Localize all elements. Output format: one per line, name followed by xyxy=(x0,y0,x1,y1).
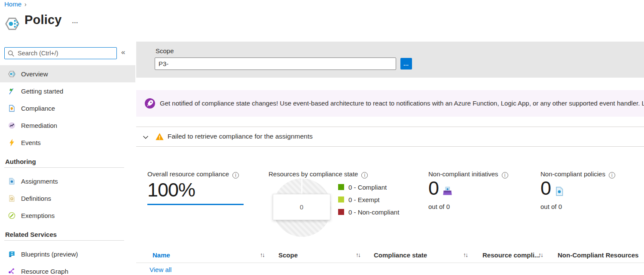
legend-item: 0 - Exempt xyxy=(338,196,399,202)
non-compliant-policies-value: 0 xyxy=(540,178,551,199)
column-header-name[interactable]: Name xyxy=(153,251,170,259)
non-compliant-policies-title: Non-compliant policies xyxy=(540,170,605,178)
legend-swatch-compliant xyxy=(338,184,344,190)
warning-expander[interactable]: Failed to retrieve compliance for the as… xyxy=(136,127,644,147)
sidebar-item-label: Overview xyxy=(21,70,48,78)
compliance-icon xyxy=(8,104,16,112)
sort-icon: ↑↓ xyxy=(463,251,467,258)
info-icon[interactable]: i xyxy=(502,172,508,178)
legend-label: 0 - Non-compliant xyxy=(348,209,399,216)
column-header-non-compliant-resources: Non-Compliant Resources xyxy=(558,251,638,259)
column-header-scope[interactable]: Scope xyxy=(278,251,298,259)
info-icon[interactable]: i xyxy=(609,172,615,178)
sidebar-item-resource-graph[interactable]: Resource Graph xyxy=(0,263,135,275)
initiative-icon xyxy=(442,185,453,197)
non-compliant-initiatives-value: 0 xyxy=(428,178,439,199)
sidebar-item-label: Compliance xyxy=(21,105,55,112)
legend-label: 0 - Compliant xyxy=(348,184,387,191)
sidebar-item-label: Definitions xyxy=(21,195,51,202)
initiatives-out-of: out of 0 xyxy=(428,203,450,210)
warning-text: Failed to retrieve compliance for the as… xyxy=(168,133,313,140)
sidebar-item-label: Resource Graph xyxy=(21,268,68,275)
sort-icon: ↑↓ xyxy=(538,251,543,258)
legend-item: 0 - Compliant xyxy=(338,184,399,190)
sidebar-item-overview[interactable]: Overview xyxy=(0,65,135,82)
info-icon[interactable]: i xyxy=(232,172,239,178)
warning-icon xyxy=(155,132,164,141)
sidebar-item-label: Getting started xyxy=(21,88,63,95)
resource-graph-icon xyxy=(8,267,16,275)
overall-compliance-value: 100% xyxy=(147,180,195,200)
more-options-button[interactable]: … xyxy=(72,17,79,24)
remediation-icon xyxy=(8,121,16,130)
legend-swatch-non-compliant xyxy=(338,209,344,215)
flag-icon xyxy=(8,87,16,95)
legend-swatch-exempt xyxy=(338,196,344,202)
exemptions-icon xyxy=(8,212,16,220)
scope-input[interactable] xyxy=(155,57,396,70)
sidebar-item-label: Exemptions xyxy=(21,212,55,219)
assignments-icon xyxy=(8,177,16,185)
blueprints-icon xyxy=(8,250,16,258)
donut-legend: 0 - Compliant 0 - Exempt 0 - Non-complia… xyxy=(338,184,399,221)
sidebar-item-blueprints[interactable]: Blueprints (preview) xyxy=(0,245,135,263)
view-all-link[interactable]: View all xyxy=(150,266,171,273)
column-header-resource-compliance[interactable]: Resource compli... xyxy=(482,251,540,259)
non-compliant-initiatives-title: Non-compliant initiatives xyxy=(428,170,498,178)
search-icon xyxy=(7,50,15,57)
overall-compliance-underline xyxy=(147,204,244,205)
sidebar-item-remediation[interactable]: Remediation xyxy=(0,117,135,134)
collapse-sidebar-button[interactable]: « xyxy=(121,48,125,56)
donut-tooltip-value: 0 xyxy=(300,203,303,211)
notification-banner: Get notified of compliance state changes… xyxy=(136,90,644,117)
scope-browse-button[interactable]: … xyxy=(400,58,412,70)
stats-section: Overall resource compliancei 100% Resour… xyxy=(136,165,644,245)
sidebar-item-definitions[interactable]: Definitions xyxy=(0,190,135,207)
sidebar-item-events[interactable]: Events xyxy=(0,134,135,151)
sidebar-item-exemptions[interactable]: Exemptions xyxy=(0,207,135,224)
legend-label: 0 - Exempt xyxy=(348,196,380,203)
banner-text: Get notified of compliance state changes… xyxy=(160,100,644,107)
info-icon[interactable]: i xyxy=(361,172,368,178)
overview-icon xyxy=(8,70,16,78)
resources-by-state-title: Resources by compliance state xyxy=(269,170,358,178)
policies-out-of: out of 0 xyxy=(540,203,562,210)
column-header-compliance-state[interactable]: Compliance state xyxy=(374,251,427,259)
rocket-icon xyxy=(145,98,155,109)
sidebar-search-input[interactable] xyxy=(4,47,117,59)
chevron-down-icon xyxy=(142,133,150,141)
breadcrumb-home-link[interactable]: Home xyxy=(4,0,21,8)
definitions-icon xyxy=(8,194,16,202)
sidebar-item-compliance[interactable]: Compliance xyxy=(0,100,135,117)
scope-bar: Scope … xyxy=(136,42,644,78)
lightning-icon xyxy=(8,139,16,147)
sort-icon: ↑↓ xyxy=(260,251,264,258)
sort-icon: ↑↓ xyxy=(356,251,360,258)
sidebar-item-getting-started[interactable]: Getting started xyxy=(0,82,135,100)
page-title: Policy xyxy=(24,13,62,27)
assignments-table-header: Name ↑↓ Scope ↑↓ Compliance state ↑↓ Res… xyxy=(136,250,644,263)
policy-logo-icon xyxy=(4,16,20,32)
sidebar-item-label: Blueprints (preview) xyxy=(21,251,78,258)
breadcrumb: Home› xyxy=(4,0,27,8)
sidebar-item-assignments[interactable]: Assignments xyxy=(0,172,135,190)
sidebar-section-related-services: Related Services xyxy=(4,231,124,241)
sidebar: « Overview Getting started xyxy=(0,43,135,275)
overall-compliance-title: Overall resource compliance xyxy=(147,170,229,178)
chevron-right-icon: › xyxy=(24,1,27,8)
sidebar-item-label: Remediation xyxy=(21,122,57,129)
donut-tooltip: 0 xyxy=(273,194,330,220)
scope-label: Scope xyxy=(156,47,174,54)
policy-doc-icon xyxy=(554,186,565,197)
sidebar-item-label: Assignments xyxy=(21,178,58,185)
sidebar-item-label: Events xyxy=(21,139,41,146)
legend-item: 0 - Non-compliant xyxy=(338,209,399,215)
sidebar-section-authoring: Authoring xyxy=(4,158,124,168)
